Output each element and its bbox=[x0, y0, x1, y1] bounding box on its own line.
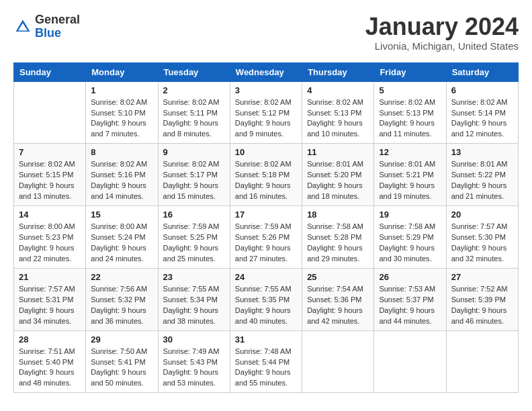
calendar-cell: 3Sunrise: 8:02 AM Sunset: 5:12 PM Daylig… bbox=[230, 81, 302, 144]
day-info: Sunrise: 8:02 AM Sunset: 5:13 PM Dayligh… bbox=[379, 97, 441, 140]
day-number: 7 bbox=[19, 147, 81, 157]
day-number: 16 bbox=[163, 210, 225, 220]
calendar-cell: 18Sunrise: 7:58 AM Sunset: 5:28 PM Dayli… bbox=[302, 206, 374, 269]
calendar-cell: 14Sunrise: 8:00 AM Sunset: 5:23 PM Dayli… bbox=[14, 206, 86, 269]
day-number: 23 bbox=[163, 272, 225, 282]
day-number: 18 bbox=[307, 210, 369, 220]
calendar-week-row: 28Sunrise: 7:51 AM Sunset: 5:40 PM Dayli… bbox=[14, 330, 519, 393]
day-number: 29 bbox=[91, 334, 152, 345]
day-number: 28 bbox=[19, 334, 81, 345]
day-info: Sunrise: 7:54 AM Sunset: 5:36 PM Dayligh… bbox=[307, 284, 369, 327]
calendar-cell: 4Sunrise: 8:02 AM Sunset: 5:13 PM Daylig… bbox=[302, 81, 374, 144]
day-number: 10 bbox=[235, 147, 297, 157]
calendar-cell: 17Sunrise: 7:59 AM Sunset: 5:26 PM Dayli… bbox=[230, 206, 302, 269]
day-number: 19 bbox=[379, 210, 441, 220]
day-info: Sunrise: 7:55 AM Sunset: 5:35 PM Dayligh… bbox=[235, 284, 297, 327]
day-info: Sunrise: 7:51 AM Sunset: 5:40 PM Dayligh… bbox=[19, 347, 81, 390]
calendar-cell bbox=[14, 81, 86, 144]
calendar-cell: 6Sunrise: 8:02 AM Sunset: 5:14 PM Daylig… bbox=[446, 81, 518, 144]
calendar-cell: 15Sunrise: 8:00 AM Sunset: 5:24 PM Dayli… bbox=[86, 206, 158, 269]
calendar-cell: 31Sunrise: 7:48 AM Sunset: 5:44 PM Dayli… bbox=[230, 330, 302, 393]
calendar-cell: 25Sunrise: 7:54 AM Sunset: 5:36 PM Dayli… bbox=[302, 268, 374, 330]
calendar-cell: 7Sunrise: 8:02 AM Sunset: 5:15 PM Daylig… bbox=[14, 144, 86, 206]
calendar-week-row: 7Sunrise: 8:02 AM Sunset: 5:15 PM Daylig… bbox=[14, 144, 519, 206]
day-info: Sunrise: 7:56 AM Sunset: 5:32 PM Dayligh… bbox=[91, 284, 152, 327]
day-number: 1 bbox=[91, 85, 152, 95]
day-number: 31 bbox=[235, 334, 297, 345]
day-info: Sunrise: 8:02 AM Sunset: 5:18 PM Dayligh… bbox=[235, 159, 297, 202]
day-number: 2 bbox=[163, 85, 225, 95]
day-number: 6 bbox=[451, 85, 513, 95]
day-info: Sunrise: 7:58 AM Sunset: 5:28 PM Dayligh… bbox=[307, 222, 369, 265]
logo-text: General Blue bbox=[35, 13, 80, 40]
calendar-week-row: 21Sunrise: 7:57 AM Sunset: 5:31 PM Dayli… bbox=[14, 268, 519, 330]
day-info: Sunrise: 7:58 AM Sunset: 5:29 PM Dayligh… bbox=[379, 222, 441, 265]
day-info: Sunrise: 8:02 AM Sunset: 5:16 PM Dayligh… bbox=[91, 159, 152, 202]
calendar-cell: 24Sunrise: 7:55 AM Sunset: 5:35 PM Dayli… bbox=[230, 268, 302, 330]
calendar-cell: 27Sunrise: 7:52 AM Sunset: 5:39 PM Dayli… bbox=[446, 268, 518, 330]
header-tuesday: Tuesday bbox=[158, 62, 230, 81]
day-number: 30 bbox=[163, 334, 225, 345]
day-info: Sunrise: 7:53 AM Sunset: 5:37 PM Dayligh… bbox=[379, 284, 441, 327]
day-number: 21 bbox=[19, 272, 81, 282]
day-number: 11 bbox=[307, 147, 369, 157]
day-number: 22 bbox=[91, 272, 152, 282]
calendar-cell bbox=[302, 330, 374, 393]
day-info: Sunrise: 8:02 AM Sunset: 5:14 PM Dayligh… bbox=[451, 97, 513, 140]
calendar-header: Sunday Monday Tuesday Wednesday Thursday… bbox=[14, 62, 519, 81]
calendar-cell: 5Sunrise: 8:02 AM Sunset: 5:13 PM Daylig… bbox=[374, 81, 446, 144]
day-info: Sunrise: 8:02 AM Sunset: 5:13 PM Dayligh… bbox=[307, 97, 369, 140]
day-info: Sunrise: 7:59 AM Sunset: 5:26 PM Dayligh… bbox=[235, 222, 297, 265]
day-number: 14 bbox=[19, 210, 81, 220]
title-section: January 2024 Livonia, Michigan, United S… bbox=[365, 13, 519, 52]
day-info: Sunrise: 7:52 AM Sunset: 5:39 PM Dayligh… bbox=[451, 284, 513, 327]
page-header: General Blue January 2024 Livonia, Michi… bbox=[13, 13, 519, 52]
day-number: 27 bbox=[451, 272, 513, 282]
calendar-cell bbox=[446, 330, 518, 393]
day-number: 20 bbox=[451, 210, 513, 220]
calendar-cell: 22Sunrise: 7:56 AM Sunset: 5:32 PM Dayli… bbox=[86, 268, 158, 330]
day-number: 3 bbox=[235, 85, 297, 95]
location-label: Livonia, Michigan, United States bbox=[365, 40, 519, 52]
calendar-cell: 1Sunrise: 8:02 AM Sunset: 5:10 PM Daylig… bbox=[86, 81, 158, 144]
day-number: 13 bbox=[451, 147, 513, 157]
day-info: Sunrise: 7:57 AM Sunset: 5:30 PM Dayligh… bbox=[451, 222, 513, 265]
day-info: Sunrise: 7:59 AM Sunset: 5:25 PM Dayligh… bbox=[163, 222, 225, 265]
header-saturday: Saturday bbox=[446, 62, 518, 81]
day-info: Sunrise: 8:02 AM Sunset: 5:10 PM Dayligh… bbox=[91, 97, 152, 140]
calendar-cell: 19Sunrise: 7:58 AM Sunset: 5:29 PM Dayli… bbox=[374, 206, 446, 269]
day-info: Sunrise: 8:00 AM Sunset: 5:23 PM Dayligh… bbox=[19, 222, 81, 265]
calendar-cell: 29Sunrise: 7:50 AM Sunset: 5:41 PM Dayli… bbox=[86, 330, 158, 393]
day-info: Sunrise: 7:48 AM Sunset: 5:44 PM Dayligh… bbox=[235, 347, 297, 390]
calendar-week-row: 14Sunrise: 8:00 AM Sunset: 5:23 PM Dayli… bbox=[14, 206, 519, 269]
calendar-body: 1Sunrise: 8:02 AM Sunset: 5:10 PM Daylig… bbox=[14, 81, 519, 393]
day-number: 24 bbox=[235, 272, 297, 282]
calendar-cell: 30Sunrise: 7:49 AM Sunset: 5:43 PM Dayli… bbox=[158, 330, 230, 393]
days-of-week-row: Sunday Monday Tuesday Wednesday Thursday… bbox=[14, 62, 519, 81]
day-info: Sunrise: 8:01 AM Sunset: 5:22 PM Dayligh… bbox=[451, 159, 513, 202]
day-number: 26 bbox=[379, 272, 441, 282]
calendar-cell: 21Sunrise: 7:57 AM Sunset: 5:31 PM Dayli… bbox=[14, 268, 86, 330]
header-wednesday: Wednesday bbox=[230, 62, 302, 81]
day-number: 25 bbox=[307, 272, 369, 282]
day-number: 8 bbox=[91, 147, 152, 157]
calendar-cell bbox=[374, 330, 446, 393]
header-friday: Friday bbox=[374, 62, 446, 81]
day-number: 17 bbox=[235, 210, 297, 220]
calendar-cell: 8Sunrise: 8:02 AM Sunset: 5:16 PM Daylig… bbox=[86, 144, 158, 206]
day-info: Sunrise: 8:02 AM Sunset: 5:17 PM Dayligh… bbox=[163, 159, 225, 202]
day-info: Sunrise: 8:02 AM Sunset: 5:11 PM Dayligh… bbox=[163, 97, 225, 140]
day-info: Sunrise: 8:01 AM Sunset: 5:21 PM Dayligh… bbox=[379, 159, 441, 202]
logo: General Blue bbox=[13, 13, 80, 40]
month-year-title: January 2024 bbox=[365, 13, 519, 40]
calendar-cell: 11Sunrise: 8:01 AM Sunset: 5:20 PM Dayli… bbox=[302, 144, 374, 206]
calendar-week-row: 1Sunrise: 8:02 AM Sunset: 5:10 PM Daylig… bbox=[14, 81, 519, 144]
calendar-cell: 26Sunrise: 7:53 AM Sunset: 5:37 PM Dayli… bbox=[374, 268, 446, 330]
day-info: Sunrise: 8:02 AM Sunset: 5:12 PM Dayligh… bbox=[235, 97, 297, 140]
calendar-cell: 16Sunrise: 7:59 AM Sunset: 5:25 PM Dayli… bbox=[158, 206, 230, 269]
logo-icon bbox=[13, 17, 32, 36]
day-info: Sunrise: 8:01 AM Sunset: 5:20 PM Dayligh… bbox=[307, 159, 369, 202]
header-sunday: Sunday bbox=[14, 62, 86, 81]
day-info: Sunrise: 7:55 AM Sunset: 5:34 PM Dayligh… bbox=[163, 284, 225, 327]
day-number: 9 bbox=[163, 147, 225, 157]
